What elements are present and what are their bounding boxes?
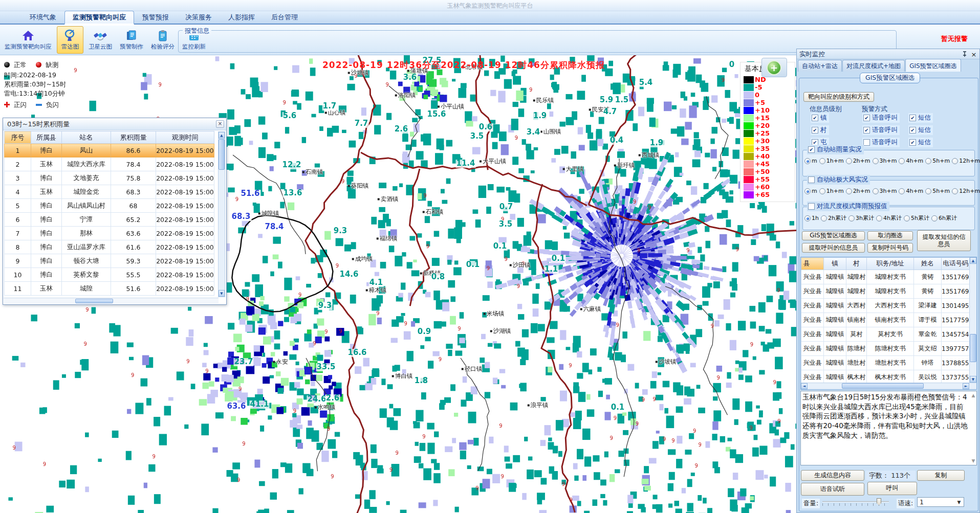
contacts-hscrollbar[interactable]: ◄ ►	[801, 383, 976, 389]
checkbox-box[interactable]: ✔	[812, 115, 818, 121]
tool-radar-button[interactable]: 雷达图	[57, 26, 83, 54]
panel-tab-2[interactable]: 对流尺度模式+地图	[842, 60, 905, 72]
column-header[interactable]: 职务/地址	[867, 258, 914, 270]
radio-3h+m[interactable]: 3h+m	[873, 188, 897, 194]
radio-button[interactable]	[846, 158, 852, 164]
radio-button[interactable]	[804, 158, 811, 164]
contact-row[interactable]: 兴业县城隍镇城隍村城隍村支书黄铸135176975	[801, 284, 970, 299]
radio-2h+m[interactable]: 2h+m	[846, 158, 870, 164]
checkbox-voice-1[interactable]: ✔语音呼叫	[862, 113, 900, 123]
checkbox-group-3[interactable]: 对流尺度模式降雨预报值	[807, 202, 889, 211]
menu-tab-1[interactable]: 环境气象	[21, 11, 64, 24]
contact-row[interactable]: 兴业县城隍镇陈塘村陈塘村支书莫文绍139775796	[801, 342, 970, 356]
column-header[interactable]: 序号	[5, 131, 31, 144]
radio-2h累计[interactable]: 2h累计	[821, 214, 846, 222]
column-header[interactable]: 镇	[824, 258, 846, 270]
radio-button[interactable]	[846, 188, 852, 194]
panel-tab-1[interactable]: 自动站+雷达	[798, 60, 842, 72]
menu-tab-5[interactable]: 人影指挥	[220, 11, 263, 24]
checkbox-voice-2[interactable]: ✔语音呼叫	[862, 125, 900, 135]
checkbox-group-2[interactable]: 自动站极大风实况	[807, 175, 870, 185]
radio-1h+m[interactable]: 1h+m	[819, 188, 844, 194]
table-row[interactable]: 10博白英桥文黎55.52022-08-19 15:00	[5, 268, 214, 282]
tool-home-button[interactable]: 监测预警靶向叫应	[2, 26, 54, 54]
column-header[interactable]: 村	[846, 258, 867, 270]
table-row[interactable]: 7博白那林63.62022-08-19 15:00	[5, 227, 214, 240]
checkbox-box[interactable]	[808, 203, 815, 210]
radio-button[interactable]	[952, 158, 958, 164]
contact-row[interactable]: 兴业县城隍镇塘肚村塘肚村支书钟塔137885534	[801, 356, 970, 370]
table-row[interactable]: 9博白顿谷大塘59.32022-08-19 15:00	[5, 254, 214, 268]
column-header[interactable]: 县	[801, 258, 824, 270]
tool-satellite-button[interactable]: 卫星云图	[86, 26, 115, 54]
table-row[interactable]: 4玉林城隍金党68.32022-08-19 15:00	[5, 185, 214, 199]
checkbox-box[interactable]: ✔	[909, 127, 916, 133]
radio-1h+m[interactable]: 1h+m	[819, 158, 844, 164]
cancel-select-button[interactable]: 取消圈选	[867, 231, 913, 240]
radio-button[interactable]	[873, 188, 879, 194]
radio-button[interactable]	[925, 188, 931, 194]
extract-call-button[interactable]: 提取呼叫的信息员	[802, 243, 865, 253]
checkbox-group-1[interactable]: ✔自动站雨量实况	[807, 145, 864, 154]
checkbox-box[interactable]: ✔	[808, 146, 815, 153]
radio-5h+m[interactable]: 5h+m	[925, 158, 950, 164]
scroll-up-icon[interactable]: ▲	[971, 393, 976, 398]
radio-4h累计[interactable]: 4h累计	[876, 214, 902, 222]
checkbox-level-2[interactable]: ✔村	[811, 125, 829, 135]
table-row[interactable]: 2玉林城隍大西水库78.42022-08-19 15:00	[5, 158, 214, 171]
radio-button[interactable]	[821, 215, 827, 221]
volume-slider[interactable]	[822, 498, 889, 506]
contact-row[interactable]: 兴业县城隍镇大西村大西村支书梁泽建130149571	[801, 299, 970, 313]
contact-row[interactable]: 兴业县城隍镇城隍村城隍村支书黄铸135176975	[801, 270, 970, 284]
contact-row[interactable]: 兴业县城隍镇镇南村镇南村支书谭于模151775946	[801, 313, 970, 327]
scroll-thumb[interactable]	[219, 139, 225, 170]
scroll-thumb[interactable]	[970, 334, 976, 362]
menu-tab-6[interactable]: 后台管理	[263, 11, 306, 24]
radio-button[interactable]	[925, 158, 931, 164]
radio-button[interactable]	[804, 188, 811, 194]
radio-button[interactable]	[819, 158, 825, 164]
extract-sms-button[interactable]: 提取发短信的信息员	[917, 230, 971, 251]
speed-dropdown[interactable]: 1 ▼	[917, 497, 964, 507]
level-mode-button[interactable]: 靶向叫应的级别和方式	[803, 92, 874, 102]
column-header[interactable]: 电话号码	[942, 258, 970, 270]
column-header[interactable]: 观测时间	[156, 131, 214, 144]
scroll-down-icon[interactable]: ▼	[219, 290, 225, 297]
table-row[interactable]: 1博白凤山86.62022-08-19 15:00	[5, 144, 214, 158]
table-row[interactable]: 11玉林城隍51.62022-08-19 15:00	[5, 282, 214, 296]
column-header[interactable]: 站名	[62, 131, 111, 144]
checkbox-box[interactable]	[808, 176, 815, 183]
radio-5h累计[interactable]: 5h累计	[904, 214, 929, 222]
tool-clipboard-button[interactable]: 检验评分	[148, 26, 177, 54]
copy-numbers-button[interactable]: 复制呼叫号码	[867, 243, 913, 253]
radio-4h+m[interactable]: 4h+m	[899, 158, 923, 164]
contacts-vscrollbar[interactable]: ▲ ▼	[969, 257, 976, 383]
column-header[interactable]: 累积雨量	[111, 131, 156, 144]
panel-tab-3[interactable]: GIS预警区域圈选	[905, 59, 961, 72]
scroll-up-icon[interactable]: ▲	[970, 257, 976, 264]
checkbox-box[interactable]: ✔	[909, 115, 916, 121]
radio-12h+m[interactable]: 12h+m	[952, 188, 980, 194]
table-row[interactable]: 6博白宁潭65.22022-08-19 15:00	[5, 213, 214, 227]
radio-button[interactable]	[931, 215, 938, 221]
checkbox-box[interactable]	[863, 139, 870, 146]
contact-row[interactable]: 兴业县城隍镇莫村莫村支书覃金乾134575405	[801, 327, 970, 342]
copy-button[interactable]: 复制	[917, 470, 965, 481]
scroll-thumb[interactable]	[75, 299, 113, 303]
radio-3h累计[interactable]: 3h累计	[848, 214, 874, 222]
radio-button[interactable]	[819, 188, 825, 194]
scroll-down-icon[interactable]: ▼	[971, 458, 976, 463]
radio-button[interactable]	[952, 188, 958, 194]
radio-m[interactable]: m	[804, 188, 817, 194]
call-button[interactable]: 呼叫	[867, 482, 917, 495]
column-header[interactable]: 所属县	[31, 131, 62, 144]
close-icon[interactable]: ×	[216, 120, 224, 128]
checkbox-voice-3[interactable]: 语音呼叫	[862, 138, 900, 147]
gis-select-button[interactable]: GIS预警区域圈选	[802, 231, 865, 240]
radio-button[interactable]	[876, 215, 882, 221]
menu-tab-4[interactable]: 决策服务	[177, 11, 220, 24]
scroll-right-icon[interactable]: ►	[963, 383, 969, 389]
checkbox-box[interactable]: ✔	[909, 139, 916, 146]
radio-m[interactable]: m	[804, 158, 817, 164]
checkbox-level-1[interactable]: ✔镇	[811, 113, 829, 123]
